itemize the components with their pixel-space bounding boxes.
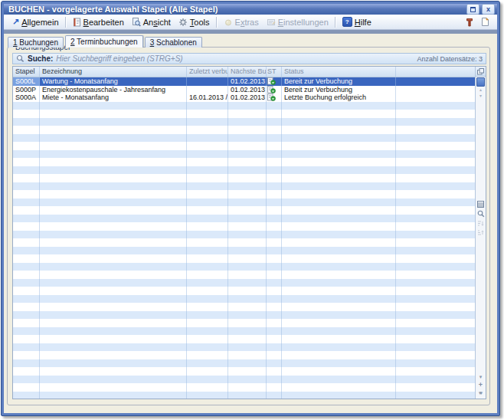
close-button[interactable]: x <box>482 4 495 15</box>
scroll-end-icon[interactable]: ▾▾ <box>479 390 481 395</box>
table-row-empty[interactable] <box>13 174 475 182</box>
table-row-empty[interactable] <box>13 335 475 343</box>
cell-empty <box>396 303 475 311</box>
table-row-empty[interactable] <box>13 126 475 134</box>
tab-schablonen[interactable]: 3 Schablonen <box>145 37 202 48</box>
table-row[interactable]: S000A Miete - Monatsanfang 16.01.2013 /M… <box>13 94 475 102</box>
cell-empty <box>282 190 396 199</box>
cell-empty <box>282 359 396 368</box>
table-row-empty[interactable] <box>13 182 475 191</box>
table-row-empty[interactable] <box>13 359 475 368</box>
column-header-bezeichnung[interactable]: Bezeichnung <box>40 67 187 77</box>
table-row-empty[interactable] <box>13 199 475 207</box>
cell-empty <box>187 134 228 143</box>
grid-view-icon[interactable] <box>477 201 484 208</box>
table-row-empty[interactable] <box>13 110 475 118</box>
cell-empty <box>267 311 282 320</box>
column-header-naechste-buchung[interactable]: Nächste Buchun <box>228 67 267 77</box>
table-row-empty[interactable] <box>13 254 475 263</box>
table-row-empty[interactable] <box>13 166 475 175</box>
tools-icon <box>178 18 188 27</box>
tab-buchungen[interactable]: 1 Buchungen <box>8 37 64 48</box>
table-row-empty[interactable] <box>13 295 475 304</box>
table-row-empty[interactable] <box>13 215 475 223</box>
menu-item-bearbeiten[interactable]: Bearbeiten <box>69 15 128 28</box>
cell-empty <box>282 303 396 311</box>
selection-mark-down-icon[interactable]: ▾ <box>479 93 482 99</box>
cell-empty <box>13 303 40 311</box>
new-document-icon[interactable] <box>480 17 489 27</box>
title-bar[interactable]: BUCHEN - vorgelagerte Auswahl Stapel (Al… <box>4 4 497 15</box>
zoom-icon[interactable] <box>477 210 485 218</box>
table-row-empty[interactable] <box>13 327 475 336</box>
cell-empty <box>228 142 267 150</box>
table-row-empty[interactable] <box>13 247 475 255</box>
cell-empty <box>282 174 396 182</box>
table-row-empty[interactable] <box>13 343 475 352</box>
table-row[interactable]: S000P Energiekostenpauschale - Jahresanf… <box>13 86 475 94</box>
table-row-empty[interactable] <box>13 150 475 159</box>
table-row-empty[interactable] <box>13 142 475 150</box>
cell-empty <box>228 287 267 295</box>
strip-header[interactable] <box>476 67 486 77</box>
cell-empty <box>282 392 396 399</box>
column-header-status[interactable]: Status <box>282 67 396 77</box>
hammer-icon[interactable] <box>465 17 474 27</box>
table-row[interactable]: S000L Wartung - Monatsanfang 01.02.2013 … <box>13 77 475 86</box>
table-row-empty[interactable] <box>13 351 475 359</box>
cell-empty <box>13 190 40 199</box>
cell-empty <box>187 166 228 175</box>
table-row-empty[interactable] <box>13 222 475 231</box>
column-header-zuletzt-verbucht[interactable]: Zuletzt verbucht <box>187 67 228 77</box>
table-row-empty[interactable] <box>13 303 475 311</box>
column-header-st[interactable]: ST <box>267 67 282 77</box>
table-row-empty[interactable] <box>13 271 475 279</box>
selection-mark-up-icon[interactable]: ▴ <box>479 87 482 93</box>
cell-empty <box>187 295 228 304</box>
table-row-empty[interactable] <box>13 158 475 166</box>
cell-empty <box>13 182 40 191</box>
menu-item-allgemein[interactable]: ↗ Allgemein <box>8 15 63 28</box>
search-bar[interactable]: Suche: Hier Suchbegriff eingeben (STRG+S… <box>12 53 486 64</box>
table-row-empty[interactable] <box>13 367 475 376</box>
search-input[interactable]: Hier Suchbegriff eingeben (STRG+S) <box>56 54 417 64</box>
table-row-empty[interactable] <box>13 263 475 271</box>
column-header-stapel[interactable]: Stapel <box>13 67 40 77</box>
table-row-empty[interactable] <box>13 392 475 399</box>
table-row-empty[interactable] <box>13 102 475 110</box>
table-row-empty[interactable] <box>13 319 475 327</box>
table-row-empty[interactable] <box>13 231 475 239</box>
table-row-empty[interactable] <box>13 206 475 215</box>
table-row-empty[interactable] <box>13 118 475 126</box>
table-row-empty[interactable] <box>13 279 475 287</box>
menu-item-ansicht[interactable]: Ansicht <box>128 15 175 28</box>
cell-empty <box>228 279 267 287</box>
cell-empty <box>282 247 396 255</box>
menu-bar: ↗ Allgemein Bearbeiten Ansicht Tools Ext… <box>4 15 497 30</box>
cell-empty <box>228 383 267 392</box>
tab-terminbuchungen[interactable]: 2 Terminbuchungen <box>65 35 143 48</box>
cell-naechste: 01.02.2013 /Fr <box>228 86 267 94</box>
menu-item-hilfe[interactable]: ? Hilfe <box>339 15 375 28</box>
table-row-empty[interactable] <box>13 376 475 384</box>
move-icon[interactable]: + <box>479 382 483 388</box>
cell-empty <box>267 287 282 295</box>
cell-empty <box>40 359 187 368</box>
table-row-empty[interactable] <box>13 287 475 295</box>
restore-button[interactable] <box>466 4 479 15</box>
cell-empty <box>396 174 475 182</box>
cell-empty <box>396 247 475 255</box>
cell-empty <box>396 102 475 110</box>
scrollbar-thumb[interactable] <box>476 77 485 87</box>
table-row-empty[interactable] <box>13 383 475 392</box>
table-row-empty[interactable] <box>13 238 475 247</box>
scroll-down-icon[interactable]: ▾ <box>479 374 483 379</box>
table-row-empty[interactable] <box>13 190 475 199</box>
menu-item-tools[interactable]: Tools <box>175 15 214 28</box>
cell-empty <box>40 118 187 126</box>
column-header-blank[interactable] <box>396 67 475 77</box>
table-row-empty[interactable] <box>13 311 475 320</box>
strip-bottom-tools: ▾ + ▾▾ <box>476 374 486 395</box>
cell-empty <box>396 126 475 134</box>
table-row-empty[interactable] <box>13 134 475 143</box>
